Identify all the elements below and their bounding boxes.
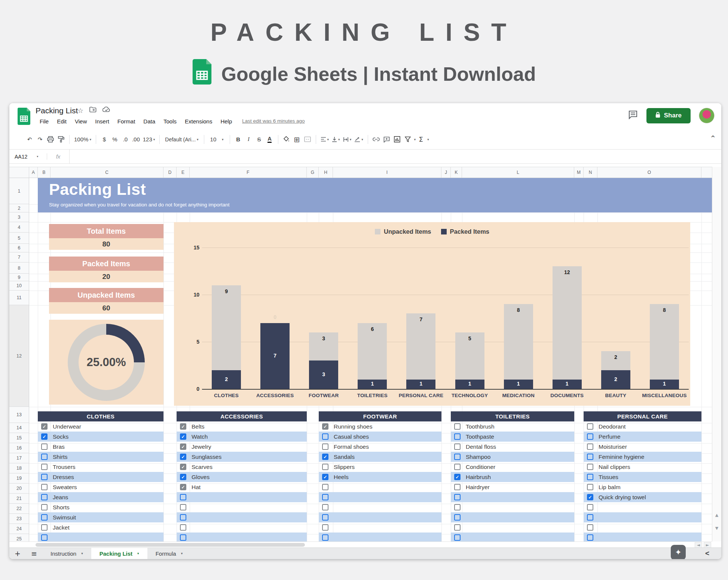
list-item[interactable]: ✓Sunglasses	[177, 452, 307, 462]
item-checkbox[interactable]	[41, 454, 48, 460]
comment-history-icon[interactable]	[628, 110, 638, 121]
tab-menu-icon[interactable]: ▾	[181, 552, 183, 555]
column-header-B[interactable]: B	[38, 167, 51, 178]
item-checkbox[interactable]	[454, 454, 461, 460]
list-item[interactable]	[319, 482, 441, 492]
list-item[interactable]: Hairdryer	[451, 482, 574, 492]
item-checkbox[interactable]	[322, 504, 328, 510]
list-item[interactable]	[177, 492, 307, 502]
decrease-decimal-button[interactable]: .0	[120, 134, 131, 145]
increase-decimal-button[interactable]: .00	[131, 134, 141, 145]
undo-icon[interactable]: ↶	[24, 134, 35, 145]
menu-file[interactable]: File	[36, 117, 52, 125]
redo-icon[interactable]: ↷	[35, 134, 45, 145]
paint-format-icon[interactable]	[56, 134, 66, 145]
row-header-20[interactable]: 20	[9, 484, 29, 494]
item-label[interactable]: Sandals	[334, 454, 355, 460]
column-header-O[interactable]: O	[597, 167, 701, 178]
text-wrap-select[interactable]: ▾	[342, 134, 353, 145]
menu-insert[interactable]: Insert	[92, 117, 113, 125]
list-item[interactable]	[38, 533, 163, 541]
row-header-14[interactable]: 14	[9, 423, 29, 433]
menu-format[interactable]: Format	[114, 117, 139, 125]
list-item[interactable]	[451, 522, 574, 533]
list-item[interactable]: ✓Hairbrush	[451, 472, 574, 482]
list-item[interactable]: Toothpaste	[451, 432, 574, 442]
item-checkbox[interactable]	[322, 524, 328, 531]
list-item[interactable]	[177, 512, 307, 522]
item-checkbox[interactable]	[454, 504, 461, 510]
list-item[interactable]: Slippers	[319, 462, 441, 472]
item-checkbox[interactable]: ✓	[180, 423, 186, 430]
all-sheets-button[interactable]: ≡	[26, 549, 42, 558]
item-label[interactable]: Shorts	[53, 504, 70, 511]
font-select[interactable]: Default (Ari...▾	[163, 134, 201, 145]
item-label[interactable]: Formal shoes	[334, 444, 369, 450]
menu-tools[interactable]: Tools	[160, 117, 180, 125]
spreadsheet-grid[interactable]: Packing List Stay organized when you tra…	[29, 178, 712, 541]
list-item[interactable]	[177, 522, 307, 533]
column-header-D[interactable]: D	[163, 167, 177, 178]
item-checkbox[interactable]	[454, 484, 461, 490]
row-header-23[interactable]: 23	[9, 514, 29, 524]
item-checkbox[interactable]	[41, 464, 48, 470]
item-label[interactable]: Nail clippers	[599, 464, 630, 470]
list-item[interactable]	[451, 512, 574, 522]
list-item[interactable]: ✓Heels	[319, 472, 441, 482]
row-header-9[interactable]: 9	[9, 274, 29, 281]
item-checkbox[interactable]	[41, 504, 48, 510]
number-format-select[interactable]: 123▾	[141, 134, 157, 145]
item-checkbox[interactable]: ✓	[322, 454, 328, 460]
list-item[interactable]	[451, 492, 574, 502]
item-checkbox[interactable]	[322, 433, 328, 440]
item-checkbox[interactable]: ✓	[180, 474, 186, 480]
row-header-15[interactable]: 15	[9, 433, 29, 443]
fill-color-icon[interactable]	[281, 134, 292, 145]
column-header-C[interactable]: C	[51, 167, 163, 178]
column-header-G[interactable]: G	[307, 167, 319, 178]
sheet-tab-formula[interactable]: Formula▾	[147, 548, 191, 559]
list-item[interactable]	[451, 533, 574, 541]
list-item[interactable]	[177, 533, 307, 541]
item-checkbox[interactable]	[180, 534, 186, 541]
item-label[interactable]: Quick drying towel	[599, 494, 646, 501]
scroll-up-icon[interactable]: ▲	[712, 513, 721, 518]
item-checkbox[interactable]	[587, 534, 593, 541]
item-checkbox[interactable]	[454, 444, 461, 450]
item-checkbox[interactable]: ✓	[180, 464, 186, 470]
item-checkbox[interactable]	[587, 464, 593, 470]
item-checkbox[interactable]	[454, 534, 461, 541]
list-item[interactable]: Deodorant	[584, 421, 701, 432]
list-item[interactable]: Conditioner	[451, 462, 574, 472]
column-header-F[interactable]: F	[190, 167, 307, 178]
row-header-21[interactable]: 21	[9, 494, 29, 504]
list-item[interactable]: ✓Hat	[177, 482, 307, 492]
list-item[interactable]	[177, 502, 307, 512]
tab-menu-icon[interactable]: ▾	[81, 552, 83, 555]
cloud-status-icon[interactable]	[103, 107, 110, 114]
item-checkbox[interactable]: ✓	[180, 444, 186, 450]
list-item[interactable]	[319, 502, 441, 512]
row-header-4[interactable]: 4	[9, 222, 29, 233]
collapse-panel-button[interactable]: <	[705, 549, 709, 558]
menu-edit[interactable]: Edit	[53, 117, 70, 125]
item-checkbox[interactable]	[587, 504, 593, 510]
borders-icon[interactable]: ⊞	[292, 134, 302, 145]
list-item[interactable]: Toothbrush	[451, 421, 574, 432]
italic-button[interactable]: I	[244, 134, 254, 145]
item-label[interactable]: Sunglasses	[192, 454, 221, 460]
list-item[interactable]	[319, 533, 441, 541]
item-label[interactable]: Jeans	[53, 494, 68, 501]
item-label[interactable]: Perfume	[599, 433, 621, 440]
row-header-1[interactable]: 1	[9, 178, 29, 204]
item-checkbox[interactable]	[454, 514, 461, 521]
menu-help[interactable]: Help	[217, 117, 235, 125]
item-label[interactable]: Belts	[192, 423, 204, 430]
insert-chart-icon[interactable]	[392, 134, 403, 145]
formula-input[interactable]	[69, 150, 721, 163]
item-checkbox[interactable]	[180, 494, 186, 500]
item-checkbox[interactable]	[180, 514, 186, 521]
list-item[interactable]: Casual shoes	[319, 432, 441, 442]
item-label[interactable]: Slippers	[334, 464, 355, 470]
item-checkbox[interactable]: ✓	[322, 423, 328, 430]
